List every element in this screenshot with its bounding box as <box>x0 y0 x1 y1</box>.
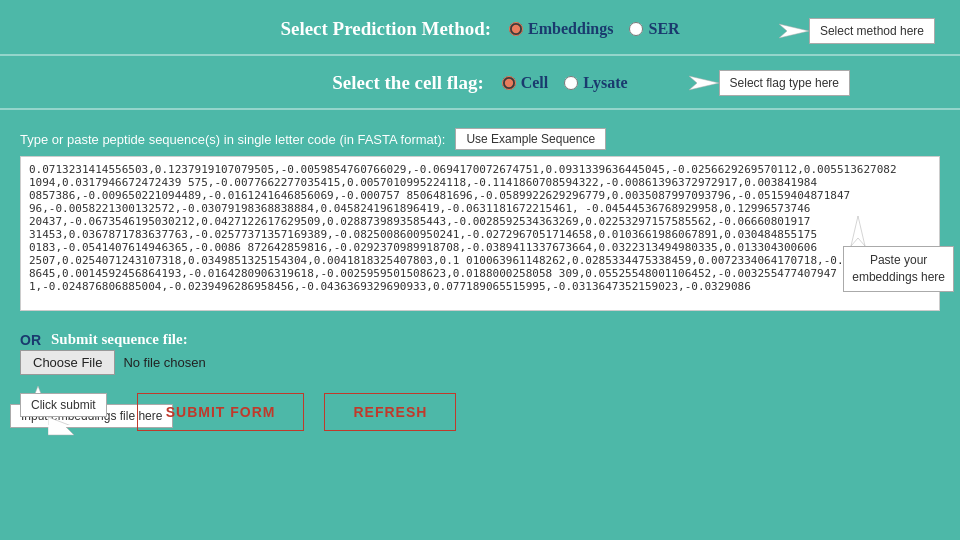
click-submit-arrow-icon <box>48 417 78 437</box>
flag-radio-group: Cell Lysate <box>502 74 628 92</box>
textarea-hint: Type or paste peptide sequence(s) in sin… <box>20 128 940 150</box>
svg-marker-0 <box>779 24 809 38</box>
ser-label: SER <box>648 20 679 38</box>
submit-row: Click submit SUBMIT FORM REFRESH <box>0 391 960 439</box>
refresh-button[interactable]: REFRESH <box>324 393 456 431</box>
file-section-label: Submit sequence file: <box>51 331 188 348</box>
svg-marker-1 <box>689 76 719 90</box>
method-callout-container: Select method here <box>779 18 935 44</box>
method-section-label: Select Prediction Method: <box>280 18 491 40</box>
flag-section: Select the cell flag: Cell Lysate Select… <box>0 56 960 109</box>
flag-callout-box: Select flag type here <box>719 70 850 96</box>
method-section: Select Prediction Method: Embeddings SER… <box>0 0 960 55</box>
submit-form-button[interactable]: SUBMIT FORM <box>137 393 305 431</box>
cell-label: Cell <box>521 74 549 92</box>
method-callout-box: Select method here <box>809 18 935 44</box>
cell-option[interactable]: Cell <box>502 74 549 92</box>
textarea-hint-text: Type or paste peptide sequence(s) in sin… <box>20 132 445 147</box>
textarea-wrapper: Paste your embeddings here <box>20 156 940 315</box>
paste-callout-arrow-icon <box>848 216 868 246</box>
method-radio-group: Embeddings SER <box>509 20 680 38</box>
ser-option[interactable]: SER <box>629 20 679 38</box>
embeddings-label: Embeddings <box>528 20 613 38</box>
embeddings-radio[interactable] <box>509 22 523 36</box>
lysate-label: Lysate <box>583 74 627 92</box>
flag-callout-arrow-icon <box>689 73 719 93</box>
ser-radio[interactable] <box>629 22 643 36</box>
flag-section-label: Select the cell flag: <box>332 72 483 94</box>
paste-callout-box: Paste your embeddings here <box>843 246 954 292</box>
file-input-label[interactable]: Choose File <box>20 350 115 375</box>
svg-marker-2 <box>851 216 865 246</box>
flag-callout-container: Select flag type here <box>689 70 850 96</box>
paste-callout-line1: Paste your <box>870 253 927 267</box>
no-file-label: No file chosen <box>123 355 205 370</box>
lysate-option[interactable]: Lysate <box>564 74 627 92</box>
file-section-header: OR Submit sequence file: <box>0 325 960 350</box>
method-callout-arrow-icon <box>779 21 809 41</box>
textarea-section: Type or paste peptide sequence(s) in sin… <box>0 110 960 325</box>
use-example-button[interactable]: Use Example Sequence <box>455 128 606 150</box>
click-submit-callout-box: Click submit <box>20 393 107 417</box>
click-submit-callout-container: Click submit <box>20 393 107 437</box>
embeddings-option[interactable]: Embeddings <box>509 20 613 38</box>
file-row: Choose File No file chosen Input embeddi… <box>0 350 960 383</box>
sequence-textarea[interactable] <box>20 156 940 311</box>
paste-callout-container: Paste your embeddings here <box>843 216 954 292</box>
or-label: OR <box>20 332 41 348</box>
paste-callout-line2: embeddings here <box>852 270 945 284</box>
cell-radio[interactable] <box>502 76 516 90</box>
lysate-radio[interactable] <box>564 76 578 90</box>
main-container: Select Prediction Method: Embeddings SER… <box>0 0 960 540</box>
choose-file-button[interactable]: Choose File <box>20 350 115 375</box>
